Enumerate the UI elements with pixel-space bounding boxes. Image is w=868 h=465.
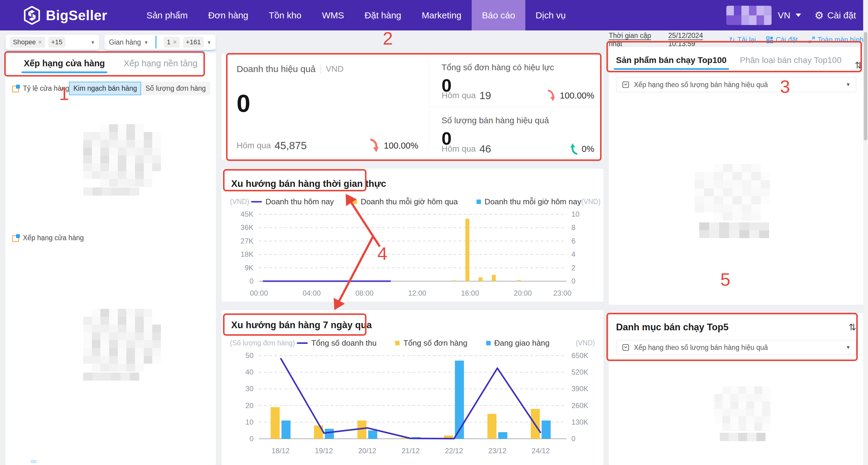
store-label: Gian hàng bbox=[109, 38, 141, 46]
svg-text:08:00: 08:00 bbox=[355, 289, 373, 297]
legend-item[interactable]: Doanh thu mỗi giờ hôm nay bbox=[476, 197, 581, 207]
weekly-chart-legend: (Số lượng đơn hàng) Tổng số doanh thuTổn… bbox=[229, 338, 596, 348]
tab-store-ranking[interactable]: Xếp hạng cửa hàng bbox=[24, 59, 105, 73]
left-axis-label: (VND) bbox=[230, 198, 249, 206]
chevron-down-icon bbox=[796, 13, 801, 17]
right-axis-label: (VND) bbox=[576, 339, 595, 347]
store-value-select[interactable]: 1 × +161 ▼ bbox=[159, 35, 216, 50]
kpi-sales-title: Số lượng bán hàng hiệu quả bbox=[441, 116, 549, 125]
decrease-arrow-icon bbox=[370, 138, 380, 153]
store-type-select[interactable]: Gian hàng ▼ bbox=[104, 35, 153, 50]
store-rank-section: Xếp hạng cửa hàng bbox=[5, 234, 90, 242]
chevron-down-icon: ▼ bbox=[91, 40, 95, 45]
decrease-arrow-icon bbox=[547, 90, 556, 101]
svg-text:27K: 27K bbox=[241, 237, 253, 245]
layout-settings-link[interactable]: Cài đặt bbox=[766, 36, 798, 44]
right-axis-label: (VND) bbox=[581, 198, 600, 206]
weekly-chart-plot: 0010130K20260K30390K40520K50650K18/1219/… bbox=[229, 350, 596, 460]
ranking-tabs: Xếp hạng cửa hàng Xếp hạng nền tảng bbox=[5, 52, 216, 73]
language-select[interactable]: VN bbox=[778, 10, 801, 21]
svg-text:520K: 520K bbox=[571, 368, 588, 376]
reload-link[interactable]: ↻ Tải lại bbox=[729, 36, 756, 44]
legend-item[interactable]: Tổng số đơn hàng bbox=[395, 338, 467, 348]
nav-item-wms[interactable]: WMS bbox=[312, 0, 354, 30]
realtime-chart-title: Xu hướng bán hàng thời gian thực bbox=[231, 178, 596, 189]
language-label: VN bbox=[778, 10, 790, 21]
swap-sort-icon[interactable]: ⇅ bbox=[849, 323, 856, 332]
nav-right-cluster: Hỗ trợ VN ⚙ Cài đặt bbox=[726, 10, 856, 21]
remove-tag-icon[interactable]: × bbox=[38, 38, 42, 46]
blurred-label bbox=[83, 372, 139, 381]
toggle-sales-amount[interactable]: Kim ngạch bán hàng bbox=[69, 82, 141, 95]
svg-text:260K: 260K bbox=[571, 401, 588, 409]
legend-item[interactable]: Doanh thu hôm nay bbox=[251, 197, 334, 207]
store-rate-section: Tỷ lệ cửa hàng Kim ngạch bán hàng Số lượ… bbox=[5, 82, 216, 95]
chevron-down-icon: ▼ bbox=[144, 40, 149, 45]
store-filter-select[interactable]: Gian hàng ▼ 1 × +161 ▼ bbox=[104, 34, 216, 50]
svg-text:21/12: 21/12 bbox=[401, 446, 420, 455]
store-ranking-panel: Xếp hạng cửa hàng Xếp hạng nền tảng Tỷ l… bbox=[5, 52, 216, 465]
kpi-revenue-title: Doanh thu hiệu quả bbox=[237, 64, 315, 74]
ranking-criteria-dropdown[interactable]: Xếp hạng theo số lượng bán hàng hiệu quả… bbox=[616, 77, 856, 92]
fullscreen-icon bbox=[808, 36, 815, 43]
scrollbar-thumb[interactable] bbox=[864, 32, 867, 141]
svg-text:04:00: 04:00 bbox=[303, 289, 321, 297]
blurred-product-image bbox=[695, 164, 770, 221]
filter-bar: Shopee × +15 ▼ Gian hàng ▼ 1 × +161 ▼ bbox=[5, 34, 216, 50]
brand[interactable]: BigSeller bbox=[24, 6, 107, 25]
svg-text:10: 10 bbox=[571, 210, 580, 218]
svg-text:650K: 650K bbox=[571, 351, 588, 360]
svg-text:2: 2 bbox=[571, 264, 575, 272]
kpi-yesterday-value: 45,875 bbox=[275, 140, 307, 152]
realtime-chart-plot: 009K218K427K636K845K1000:0004:0008:0012:… bbox=[229, 209, 596, 301]
nav-item-don-hang[interactable]: Đơn hàng bbox=[198, 0, 258, 30]
updated-label: Thời gian cập nhật bbox=[609, 32, 664, 48]
realtime-sales-chart-card: Xu hướng bán hàng thời gian thực (VND) D… bbox=[221, 169, 603, 302]
kpi-revenue: Doanh thu hiệu quả VND 0 Hôm qua 45,875 … bbox=[221, 54, 429, 160]
platform-tag-label: Shopee bbox=[13, 38, 36, 46]
toggle-order-count[interactable]: Số lượng đơn hàng bbox=[141, 82, 210, 95]
nav-item-marketing[interactable]: Marketing bbox=[411, 0, 472, 30]
ranking-criteria-dropdown[interactable]: Xếp hạng theo số lượng bán hàng hiệu quả… bbox=[616, 340, 856, 355]
svg-text:30: 30 bbox=[245, 384, 253, 393]
top-categories-card: Danh mục bán chạy Top5 ⇅ Xếp hạng theo s… bbox=[609, 313, 864, 465]
platform-filter-select[interactable]: Shopee × +15 ▼ bbox=[5, 34, 99, 50]
page-scrollbar[interactable] bbox=[863, 0, 868, 465]
legend-item[interactable]: Đang giao hàng bbox=[486, 338, 550, 348]
nav-item-bao-cao[interactable]: Báo cáo bbox=[472, 0, 525, 30]
legend-item[interactable]: Tổng số doanh thu bbox=[297, 338, 377, 348]
blurred-pie-chart bbox=[83, 309, 161, 372]
chevron-down-icon: ▼ bbox=[846, 345, 850, 350]
chart-squares-icon bbox=[12, 85, 20, 93]
svg-text:23/12: 23/12 bbox=[488, 446, 506, 455]
svg-text:19/12: 19/12 bbox=[315, 446, 333, 455]
tab-platform-ranking[interactable]: Xếp hạng nền tảng bbox=[124, 59, 197, 73]
remove-tag-icon[interactable]: × bbox=[173, 38, 177, 46]
svg-text:9K: 9K bbox=[245, 264, 253, 272]
updated-time: 25/12/2024 10:13:59 bbox=[668, 32, 729, 48]
tab-top-categories[interactable]: Phân loại bán chạy Top100 bbox=[740, 56, 841, 70]
kpi-sales: Số lượng bán hàng hiệu quả 0 Hôm qua 46 … bbox=[430, 107, 603, 160]
swap-sort-icon[interactable]: ⇅ bbox=[855, 61, 862, 70]
kpi-change: 100.00% bbox=[384, 141, 418, 151]
svg-text:50: 50 bbox=[245, 351, 253, 360]
legend-item[interactable]: Doanh thu mỗi giờ hôm qua bbox=[352, 197, 458, 207]
nav-item-dich-vu[interactable]: Dịch vụ bbox=[525, 0, 576, 30]
gear-icon: ⚙ bbox=[814, 10, 824, 21]
svg-text:00:00: 00:00 bbox=[250, 289, 268, 297]
settings-link[interactable]: ⚙ Cài đặt bbox=[814, 10, 856, 21]
nav-item-ton-kho[interactable]: Tồn kho bbox=[258, 0, 312, 30]
kpi-revenue-value: 0 bbox=[237, 91, 420, 116]
nav-item-dat-hang[interactable]: Đặt hàng bbox=[354, 0, 412, 30]
fullscreen-link[interactable]: Toàn màn hình bbox=[808, 36, 864, 44]
top100-tabs: Sản phẩm bán chạy Top100 Phân loại bán c… bbox=[616, 53, 856, 70]
chart-squares-icon bbox=[12, 234, 20, 242]
store-more-tag: +161 bbox=[183, 37, 204, 48]
top-products-card: Sản phẩm bán chạy Top100 Phân loại bán c… bbox=[609, 47, 864, 305]
refresh-icon: ↻ bbox=[729, 36, 735, 44]
kpi-right-column: Tổng số đơn hàng có hiệu lực 0 Hôm qua 1… bbox=[429, 54, 603, 160]
tab-top-products[interactable]: Sản phẩm bán chạy Top100 bbox=[616, 56, 727, 70]
svg-text:130K: 130K bbox=[571, 418, 588, 426]
avatar[interactable] bbox=[726, 6, 772, 25]
nav-item-san-pham[interactable]: Sản phẩm bbox=[136, 0, 198, 30]
